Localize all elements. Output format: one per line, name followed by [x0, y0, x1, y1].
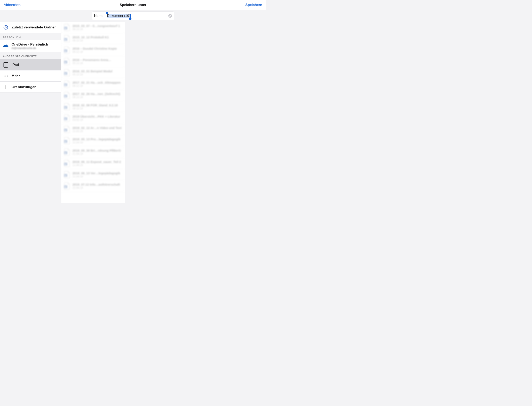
filename-bar: Name: Dokument (19) [0, 10, 266, 22]
file-date: 08.12.18 [73, 107, 118, 110]
selection-caret-start-icon [107, 14, 107, 18]
selection-handle-end-icon[interactable] [129, 18, 131, 20]
list-item[interactable]: 2019_06_11 Exposé_sauer_Teil 211.06.19 [61, 158, 125, 169]
sidebar-item-sublabel: rb@rolandbruche.de [12, 47, 48, 50]
file-date: 03.02.19 [73, 118, 120, 121]
file-name: 2019_06_13 Ver…legepädagogik [73, 171, 120, 175]
sidebar-item-onedrive[interactable]: OneDrive - Persönlich rb@rolandbruche.de [0, 40, 61, 52]
list-item[interactable]: 2019_05_13 Pro…legepädagogik21.04.19 [61, 135, 125, 146]
clear-input-button[interactable] [168, 14, 172, 18]
list-item[interactable]: 2015_10_12 Protokoll K106.12.18 [61, 33, 125, 44]
sidebar-item-label: Zuletzt verwendete Ordner [12, 25, 56, 29]
list-item[interactable]: 2017_02_26 Ha…nen_(Seltrecht)08.12.18 [61, 90, 125, 101]
word-document-icon [64, 58, 70, 65]
sidebar-item-more[interactable]: Mehr [0, 71, 61, 82]
list-item[interactable]: 2019 Übersicht…PKK + Literatur03.02.19 [61, 112, 125, 124]
svg-point-5 [4, 75, 5, 76]
file-date: 21.04.19 [73, 175, 120, 178]
file-name: 2019_05_13 Pro…legepädagogik [73, 138, 121, 141]
file-date: 08.12.18 [73, 84, 121, 87]
clock-icon [3, 25, 9, 30]
list-item[interactable]: 2016_03_01 Beispiel Modul05.12.18 [61, 67, 125, 79]
more-icon [3, 75, 9, 77]
file-name: 2015_03_07 - S…rungsentwurf 1 [73, 24, 120, 28]
sidebar-item-label: OneDrive - Persönlich [12, 43, 48, 47]
word-document-icon [64, 46, 70, 54]
file-name: 2016 – Ponomarev Anna… [73, 58, 111, 62]
file-name: 2019_05_30 Bri…rdnung PflBerG [73, 149, 121, 152]
svg-point-6 [5, 75, 6, 76]
word-document-icon [64, 69, 70, 76]
file-date: 21.02.19 [73, 130, 122, 133]
word-document-icon [64, 103, 70, 110]
file-name: 2015_10_12 Protokoll K1 [73, 36, 109, 39]
word-document-icon [64, 160, 70, 167]
list-item[interactable]: 2019_06_13 Ver…legepädagogik21.04.19 [61, 169, 125, 181]
file-name: 2019_06_11 Exposé_sauer_Teil 2 [73, 160, 121, 164]
word-document-icon [64, 148, 70, 156]
word-document-icon [64, 80, 70, 88]
locations-sidebar: Zuletzt verwendete Ordner PERSÖNLICH One… [0, 22, 61, 203]
word-document-icon [64, 126, 70, 133]
file-date: 21.04.19 [73, 141, 121, 144]
list-item[interactable]: 2017_02_21 Ha…uck_Altmappen08.12.18 [61, 79, 125, 90]
plus-icon [3, 85, 9, 89]
file-date: 08.12.18 [73, 95, 120, 99]
word-document-icon [64, 92, 70, 99]
file-date: 11.06.19 [73, 164, 121, 167]
word-document-icon [64, 137, 70, 145]
word-document-icon [64, 114, 70, 122]
word-document-icon [64, 35, 70, 43]
list-item[interactable]: 2018_02_08 FOR_Stand_8.2.1808.12.18 [61, 101, 125, 112]
list-item[interactable]: 2016 – Dusdal Christine Kopie05.12.18 [61, 44, 125, 56]
file-date: 05.12.18 [73, 50, 117, 53]
file-date: 05.12.18 [73, 62, 111, 65]
dialog-header: Abbrechen Speichern unter Speichern [0, 0, 266, 10]
list-item[interactable]: 2019_05_30 Bri…rdnung PflBerG21.04.19 [61, 146, 125, 158]
sidebar-item-label: Ort hinzufügen [12, 85, 36, 89]
cancel-button[interactable]: Abbrechen [4, 3, 21, 7]
file-date: 22.04.19 [73, 186, 120, 189]
list-item[interactable]: 2019_07.12 Info…asthörerschaft22.04.19 [61, 181, 125, 192]
sidebar-item-recent-folders[interactable]: Zuletzt verwendete Ordner [0, 22, 61, 33]
dialog-title: Speichern unter [0, 3, 266, 7]
file-name: 2016_03_01 Beispiel Modul [73, 69, 112, 73]
file-name: 2017_02_26 Ha…nen_(Seltrecht) [73, 92, 120, 95]
filename-field[interactable]: Name: Dokument (19) [92, 12, 174, 20]
file-date: 06.12.18 [73, 39, 109, 42]
file-name: 2019_02_12 Ar…n Video und Text [73, 126, 122, 130]
file-name: 2016 – Dusdal Christine Kopie [73, 47, 117, 50]
list-item[interactable]: 2015_03_07 - S…rungsentwurf 106.12.18 [61, 22, 125, 33]
save-button[interactable]: Speichern [245, 3, 262, 7]
file-date: 21.04.19 [73, 152, 121, 155]
word-document-icon [64, 171, 70, 178]
word-document-icon [64, 24, 70, 31]
sidebar-section-personal: PERSÖNLICH [0, 33, 61, 40]
ipad-icon [3, 62, 9, 68]
file-name: 2018_02_08 FOR_Stand_8.2.18 [73, 103, 118, 107]
file-name: 2019 Übersicht…PKK + Literatur [73, 115, 120, 118]
sidebar-section-other: ANDERE SPEICHERORTE [0, 52, 61, 59]
file-name: 2017_02_21 Ha…uck_Altmappen [73, 81, 121, 84]
list-item[interactable]: 2019_02_12 Ar…n Video und Text21.02.19 [61, 124, 125, 135]
onedrive-icon [3, 44, 9, 48]
file-date: 06.12.18 [73, 28, 120, 31]
svg-point-7 [7, 75, 8, 76]
file-list[interactable]: 2015_03_07 - S…rungsentwurf 106.12.18201… [61, 22, 125, 203]
main-layout: Zuletzt verwendete Ordner PERSÖNLICH One… [0, 22, 266, 203]
filename-label: Name: [94, 14, 104, 18]
file-date: 05.12.18 [73, 73, 112, 76]
filename-value[interactable]: Dokument (19) [107, 14, 131, 18]
word-document-icon [64, 182, 70, 190]
x-icon [169, 15, 171, 17]
sidebar-item-label: Mehr [12, 74, 20, 78]
file-name: 2019_07.12 Info…asthörerschaft [73, 183, 120, 186]
svg-point-4 [6, 66, 6, 67]
sidebar-item-add-location[interactable]: Ort hinzufügen [0, 82, 61, 93]
sidebar-item-label: iPad [12, 63, 19, 67]
sidebar-item-ipad[interactable]: iPad [0, 59, 61, 71]
list-item[interactable]: 2016 – Ponomarev Anna…05.12.18 [61, 56, 125, 67]
